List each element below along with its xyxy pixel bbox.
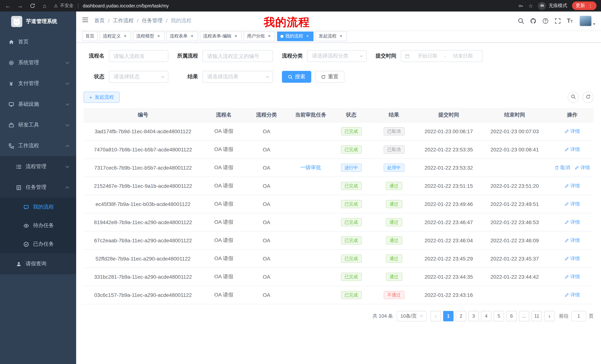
prev-page-button[interactable]: ‹ xyxy=(431,311,441,321)
main-area: 首页/工作流程/任务管理/我的流程 我的流程 TT ▾ 首页流程定义×流程模型×… xyxy=(76,11,601,364)
forward-icon[interactable]: → xyxy=(17,3,23,9)
close-icon[interactable]: × xyxy=(156,34,161,39)
page-button-5[interactable]: 5 xyxy=(494,311,504,321)
search-icon[interactable] xyxy=(518,18,524,24)
detail-link[interactable]: 详情 xyxy=(564,273,580,280)
page-button-4[interactable]: 4 xyxy=(481,311,491,321)
owner-process-input[interactable] xyxy=(202,50,273,62)
app-logo[interactable]: 芋道管理系统 xyxy=(0,11,76,31)
status-select[interactable]: 请选择状态 xyxy=(109,71,168,83)
hamburger-icon[interactable] xyxy=(82,17,88,25)
refresh-table-button[interactable] xyxy=(582,92,594,103)
close-icon[interactable]: × xyxy=(338,34,344,39)
filter-category: 流程分类 请选择流程分类 xyxy=(282,50,367,62)
reload-icon[interactable] xyxy=(29,3,36,9)
page-button-6[interactable]: 6 xyxy=(506,311,517,321)
github-icon[interactable] xyxy=(530,18,536,24)
sidebar-item-payment[interactable]: ¥支付管理 xyxy=(0,73,76,94)
user-menu[interactable]: ▾ xyxy=(580,15,595,26)
sidebar-item-workflow[interactable]: 工作流程 xyxy=(0,135,76,156)
page-button-1[interactable]: 1 xyxy=(443,311,453,321)
cell-end-time: 2022-01-22 23:49:51 xyxy=(478,195,551,213)
cell-submit-time: 2022-01-23 00:06:17 xyxy=(419,122,478,140)
workflow-icon xyxy=(8,143,14,149)
tab-用户分组[interactable]: 用户分组× xyxy=(244,31,275,41)
detail-link[interactable]: 详情 xyxy=(564,255,580,262)
sidebar-item-my-process[interactable]: 我的流程 xyxy=(0,198,76,216)
detail-link[interactable]: 详情 xyxy=(564,237,580,244)
page-size-select[interactable]: 10条/页 xyxy=(397,311,427,321)
reset-button[interactable]: 重置 xyxy=(315,71,344,83)
tab-label: 首页 xyxy=(85,33,94,39)
security-indicator[interactable]: ⚠ 不安全 xyxy=(54,3,74,9)
sidebar-item-leave-query[interactable]: 请假查询 xyxy=(0,253,76,274)
sidebar-item-system[interactable]: 系统管理 xyxy=(0,52,76,73)
cancel-link[interactable]: 取消 xyxy=(554,164,570,171)
sidebar-item-done-tasks[interactable]: 已办任务 xyxy=(0,235,76,253)
password-key-icon[interactable] xyxy=(518,3,523,8)
close-icon[interactable]: × xyxy=(233,34,239,39)
sidebar-item-infrastructure[interactable]: 基础设施 xyxy=(0,94,76,115)
detail-link[interactable]: 详情 xyxy=(564,291,580,298)
row-actions: 详情 xyxy=(551,182,594,189)
sidebar-item-label: 支付管理 xyxy=(18,80,66,87)
sidebar-item-task-management[interactable]: 任务管理 xyxy=(0,177,76,198)
result-badge: 不通过 xyxy=(383,291,404,299)
detail-link[interactable]: 详情 xyxy=(564,128,580,134)
process-name-input[interactable] xyxy=(109,50,168,62)
detail-link[interactable]: 详情 xyxy=(564,219,580,225)
breadcrumb-item[interactable]: 首页 xyxy=(94,18,105,24)
sidebar-item-devtools[interactable]: 研发工具 xyxy=(0,115,76,135)
search-button[interactable]: 搜索 xyxy=(282,71,311,83)
browser-menu-icon[interactable]: ⋮ xyxy=(588,3,593,9)
detail-link[interactable]: 详情 xyxy=(564,146,580,153)
cell-result: 已取消 xyxy=(369,122,419,140)
tab-流程定义[interactable]: 流程定义× xyxy=(100,31,131,41)
result-label: 结果 xyxy=(177,74,198,80)
back-icon[interactable]: ← xyxy=(4,3,11,9)
filter-status: 状态 请选择状态 xyxy=(84,71,168,83)
tab-我的流程[interactable]: 我的流程× xyxy=(277,31,313,41)
close-icon[interactable]: × xyxy=(190,34,195,39)
next-page-button[interactable]: › xyxy=(544,311,555,321)
create-process-button[interactable]: + 发起流程 xyxy=(84,92,120,103)
sidebar-item-process-management[interactable]: 流程管理 xyxy=(0,156,76,177)
fullscreen-icon[interactable] xyxy=(555,18,561,24)
detail-link[interactable]: 详情 xyxy=(574,164,590,171)
goto-page-input[interactable] xyxy=(571,311,586,321)
tab-流程表单[interactable]: 流程表单× xyxy=(166,31,198,41)
tab-流程模型[interactable]: 流程模型× xyxy=(133,31,165,41)
tab-发起流程[interactable]: 发起流程× xyxy=(315,31,347,41)
cell-result: 不通过 xyxy=(369,286,419,304)
category-select[interactable]: 请选择流程分类 xyxy=(307,50,367,62)
browser-update-button[interactable]: 更新 ⋮ xyxy=(572,1,597,10)
help-icon[interactable] xyxy=(542,18,549,24)
sidebar-item-home[interactable]: 首页 xyxy=(0,31,76,52)
breadcrumb-item[interactable]: 任务管理 xyxy=(142,18,163,24)
update-label: 更新 xyxy=(576,3,585,9)
result-select[interactable]: 请选择流结果 xyxy=(202,71,273,83)
tab-流程表单-编辑[interactable]: 流程表单-编辑× xyxy=(200,31,242,41)
bookmark-star-icon[interactable]: ☆ xyxy=(528,3,533,9)
sidebar-item-todo-tasks[interactable]: 待办任务 xyxy=(0,216,76,235)
address-bar[interactable]: dashboard.yudao.iocoder.cn/bpm/task/my xyxy=(83,3,514,8)
font-size-icon[interactable]: TT xyxy=(567,18,573,24)
close-icon[interactable]: × xyxy=(305,34,310,39)
pencil-icon xyxy=(564,220,569,224)
close-icon[interactable]: × xyxy=(267,34,272,39)
row-actions: 详情 xyxy=(551,219,594,225)
browser-home-icon[interactable]: ⌂ xyxy=(41,3,48,9)
logo-image xyxy=(11,16,22,27)
detail-link[interactable]: 详情 xyxy=(564,182,580,189)
close-icon[interactable]: × xyxy=(123,34,128,39)
detail-link[interactable]: 详情 xyxy=(564,201,580,207)
page-button-2[interactable]: 2 xyxy=(456,311,466,321)
breadcrumb-item[interactable]: 工作流程 xyxy=(113,18,134,24)
current-task-link[interactable]: 一级审批 xyxy=(300,164,321,170)
cell-process-name: OA 请假 xyxy=(202,122,245,140)
submit-time-range[interactable]: 开始日期 - 结束日期 xyxy=(401,50,482,62)
page-button-3[interactable]: 3 xyxy=(468,311,479,321)
tab-首页[interactable]: 首页 xyxy=(82,31,98,41)
toggle-search-button[interactable] xyxy=(568,92,579,103)
page-button-11[interactable]: 11 xyxy=(531,311,542,321)
